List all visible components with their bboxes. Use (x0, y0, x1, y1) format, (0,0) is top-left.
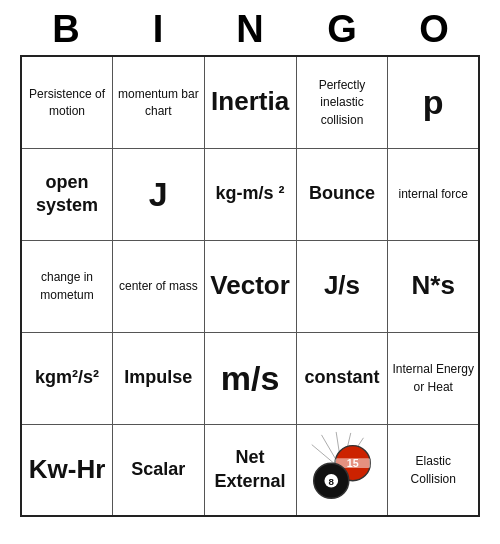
cell-r2-c3: J/s (296, 240, 388, 332)
cell-r1-c1: J (113, 148, 205, 240)
bingo-title-row: B I N G O (20, 0, 480, 55)
cell-text-r3-c2: m/s (221, 359, 280, 397)
cell-text-r0-c0: Persistence of motion (29, 87, 105, 119)
cell-r2-c4: N*s (388, 240, 479, 332)
letter-o: O (394, 8, 474, 51)
cell-r2-c1: center of mass (113, 240, 205, 332)
cell-text-r4-c1: Scalar (131, 459, 185, 479)
cell-text-r1-c3: Bounce (309, 183, 375, 203)
letter-n: N (210, 8, 290, 51)
cell-text-r0-c1: momentum bar chart (118, 87, 199, 119)
cell-text-r2-c1: center of mass (119, 279, 198, 293)
cell-text-r1-c4: internal force (399, 187, 468, 201)
cell-text-r3-c3: constant (304, 367, 379, 387)
cell-r0-c4: p (388, 56, 479, 148)
cell-r3-c0: kgm²/s² (21, 332, 113, 424)
cell-r2-c2: Vector (204, 240, 296, 332)
cell-text-r1-c1: J (149, 175, 168, 213)
cell-r4-c1: Scalar (113, 424, 205, 516)
bingo-grid: Persistence of motionmomentum bar chartI… (20, 55, 480, 517)
cell-r3-c3: constant (296, 332, 388, 424)
cell-text-r1-c0: open system (36, 172, 98, 215)
cell-text-r0-c3: Perfectly inelastic collision (319, 78, 366, 127)
cell-text-r3-c4: Internal Energy or Heat (393, 362, 474, 394)
billiard-image: 15 8 (302, 430, 382, 510)
cell-r3-c2: m/s (204, 332, 296, 424)
cell-r0-c3: Perfectly inelastic collision (296, 56, 388, 148)
cell-text-r0-c2: Inertia (211, 86, 289, 116)
cell-text-r4-c2: Net External (215, 447, 286, 490)
cell-r4-c0: Kw-Hr (21, 424, 113, 516)
cell-text-r2-c3: J/s (324, 270, 360, 300)
cell-r1-c4: internal force (388, 148, 479, 240)
cell-text-r2-c4: N*s (412, 270, 455, 300)
svg-text:15: 15 (347, 457, 359, 469)
cell-r0-c2: Inertia (204, 56, 296, 148)
cell-text-r4-c4: Elastic Collision (411, 454, 456, 486)
letter-g: G (302, 8, 382, 51)
cell-text-r2-c2: Vector (210, 270, 290, 300)
cell-r0-c1: momentum bar chart (113, 56, 205, 148)
cell-r4-c2: Net External (204, 424, 296, 516)
cell-text-r4-c0: Kw-Hr (29, 454, 106, 484)
cell-text-r3-c1: Impulse (124, 367, 192, 387)
cell-r1-c2: kg-m/s ² (204, 148, 296, 240)
cell-r1-c0: open system (21, 148, 113, 240)
cell-text-r2-c0: change in mometum (40, 270, 93, 302)
letter-i: I (118, 8, 198, 51)
letter-b: B (26, 8, 106, 51)
svg-text:8: 8 (329, 475, 335, 486)
cell-r3-c4: Internal Energy or Heat (388, 332, 479, 424)
cell-r2-c0: change in mometum (21, 240, 113, 332)
cell-text-r1-c2: kg-m/s ² (216, 183, 285, 203)
cell-r4-c3: 15 8 (296, 424, 388, 516)
cell-r4-c4: Elastic Collision (388, 424, 479, 516)
cell-text-r3-c0: kgm²/s² (35, 367, 99, 387)
cell-r1-c3: Bounce (296, 148, 388, 240)
cell-r0-c0: Persistence of motion (21, 56, 113, 148)
cell-text-r0-c4: p (423, 83, 444, 121)
cell-r3-c1: Impulse (113, 332, 205, 424)
